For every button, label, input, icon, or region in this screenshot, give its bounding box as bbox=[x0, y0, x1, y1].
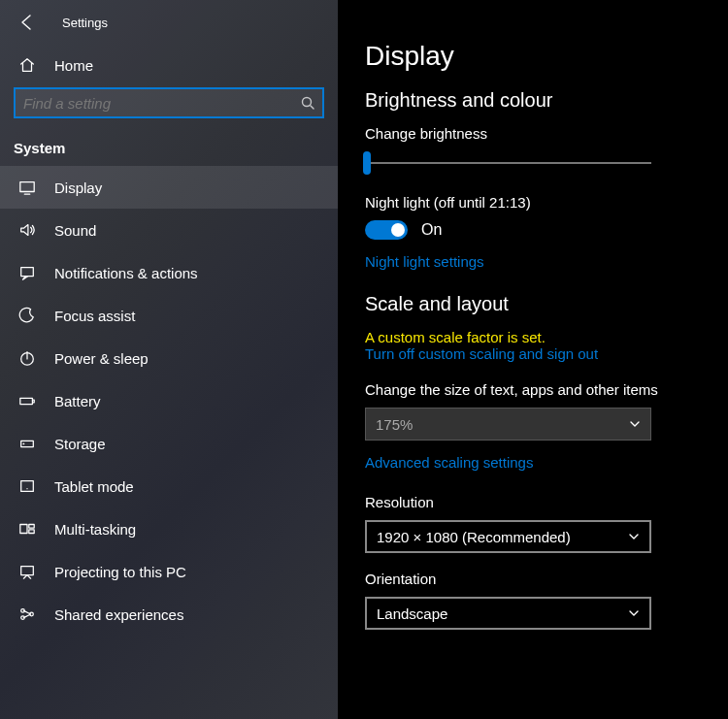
window-title: Settings bbox=[62, 16, 108, 30]
sound-icon bbox=[17, 221, 37, 239]
svg-point-12 bbox=[21, 609, 25, 613]
sidebar-item-label: Focus assist bbox=[54, 308, 135, 324]
sidebar-item-label: Notifications & actions bbox=[54, 265, 198, 281]
svg-rect-8 bbox=[20, 525, 27, 534]
section-scale: Scale and layout bbox=[365, 293, 703, 315]
slider-track bbox=[365, 162, 651, 164]
toggle-knob bbox=[391, 223, 405, 237]
page-title: Display bbox=[365, 41, 703, 72]
turn-off-scaling-link[interactable]: Turn off custom scaling and sign out bbox=[365, 345, 703, 362]
brightness-label: Change brightness bbox=[365, 125, 703, 142]
svg-rect-9 bbox=[29, 525, 34, 529]
sidebar-item-label: Projecting to this PC bbox=[54, 564, 186, 580]
sidebar-item-tablet-mode[interactable]: Tablet mode bbox=[0, 465, 338, 507]
sidebar-item-projecting[interactable]: Projecting to this PC bbox=[0, 550, 338, 593]
shared-icon bbox=[17, 605, 37, 623]
svg-point-0 bbox=[303, 98, 312, 107]
toggle-state-label: On bbox=[421, 221, 442, 239]
home-icon bbox=[17, 56, 37, 74]
resolution-label: Resolution bbox=[365, 494, 703, 510]
sidebar-item-label: Multi-tasking bbox=[54, 521, 136, 538]
main-panel: Display Brightness and colour Change bri… bbox=[338, 0, 728, 719]
sidebar-item-label: Storage bbox=[54, 436, 106, 452]
svg-point-6 bbox=[23, 443, 25, 445]
display-icon bbox=[17, 179, 37, 196]
multitasking-icon bbox=[17, 520, 37, 538]
projecting-icon bbox=[17, 563, 37, 580]
sidebar-item-shared-experiences[interactable]: Shared experiences bbox=[0, 593, 338, 636]
storage-icon bbox=[17, 435, 37, 452]
sidebar-item-label: Battery bbox=[54, 393, 101, 409]
svg-point-13 bbox=[21, 616, 25, 620]
svg-point-14 bbox=[30, 612, 34, 616]
sidebar-item-focus-assist[interactable]: Focus assist bbox=[0, 294, 338, 337]
resolution-select[interactable]: 1920 × 1080 (Recommended) bbox=[365, 520, 651, 553]
svg-rect-2 bbox=[21, 268, 34, 277]
select-value: 175% bbox=[376, 416, 413, 433]
svg-rect-10 bbox=[29, 530, 34, 534]
focus-assist-icon bbox=[17, 307, 37, 324]
svg-rect-7 bbox=[21, 481, 34, 492]
sidebar-nav: Display Sound Notifications & actions Fo… bbox=[0, 166, 338, 636]
text-size-label: Change the size of text, apps and other … bbox=[365, 381, 703, 398]
sidebar-item-sound[interactable]: Sound bbox=[0, 209, 338, 251]
night-light-toggle[interactable] bbox=[365, 220, 408, 240]
sidebar: Settings Home System Display Sound Notif… bbox=[0, 0, 338, 719]
search-input[interactable] bbox=[14, 87, 324, 118]
sidebar-item-label: Tablet mode bbox=[54, 478, 134, 495]
sidebar-item-battery[interactable]: Battery bbox=[0, 379, 338, 422]
notifications-icon bbox=[17, 264, 37, 281]
text-size-select[interactable]: 175% bbox=[365, 408, 651, 441]
sidebar-item-label: Display bbox=[54, 180, 102, 196]
chevron-down-icon bbox=[628, 531, 640, 542]
section-brightness: Brightness and colour bbox=[365, 89, 703, 112]
orientation-label: Orientation bbox=[365, 571, 703, 587]
sidebar-item-display[interactable]: Display bbox=[0, 166, 338, 209]
svg-rect-4 bbox=[20, 398, 33, 404]
select-value: Landscape bbox=[377, 605, 447, 622]
svg-rect-11 bbox=[21, 567, 34, 575]
svg-rect-1 bbox=[20, 182, 34, 192]
select-value: 1920 × 1080 (Recommended) bbox=[377, 529, 571, 545]
night-light-settings-link[interactable]: Night light settings bbox=[365, 253, 703, 270]
slider-thumb[interactable] bbox=[363, 151, 371, 175]
sidebar-item-power-sleep[interactable]: Power & sleep bbox=[0, 337, 338, 379]
search-icon bbox=[301, 96, 314, 110]
sidebar-item-label: Power & sleep bbox=[54, 350, 149, 367]
chevron-down-icon bbox=[629, 418, 641, 430]
battery-icon bbox=[17, 392, 37, 409]
sidebar-item-storage[interactable]: Storage bbox=[0, 422, 338, 465]
orientation-select[interactable]: Landscape bbox=[365, 597, 651, 630]
home-label: Home bbox=[54, 57, 93, 74]
tablet-icon bbox=[17, 477, 37, 495]
back-icon[interactable] bbox=[17, 14, 35, 31]
custom-scale-warning: A custom scale factor is set. bbox=[365, 329, 703, 345]
brightness-slider[interactable] bbox=[365, 151, 651, 175]
power-icon bbox=[17, 349, 37, 367]
sidebar-home[interactable]: Home bbox=[0, 39, 338, 87]
night-light-label: Night light (off until 21:13) bbox=[365, 194, 703, 211]
sidebar-item-notifications[interactable]: Notifications & actions bbox=[0, 251, 338, 294]
sidebar-item-label: Shared experiences bbox=[54, 606, 183, 623]
category-heading: System bbox=[0, 132, 338, 166]
sidebar-item-label: Sound bbox=[54, 222, 96, 239]
sidebar-item-multitasking[interactable]: Multi-tasking bbox=[0, 507, 338, 550]
advanced-scaling-link[interactable]: Advanced scaling settings bbox=[365, 454, 703, 471]
chevron-down-icon bbox=[628, 607, 640, 619]
